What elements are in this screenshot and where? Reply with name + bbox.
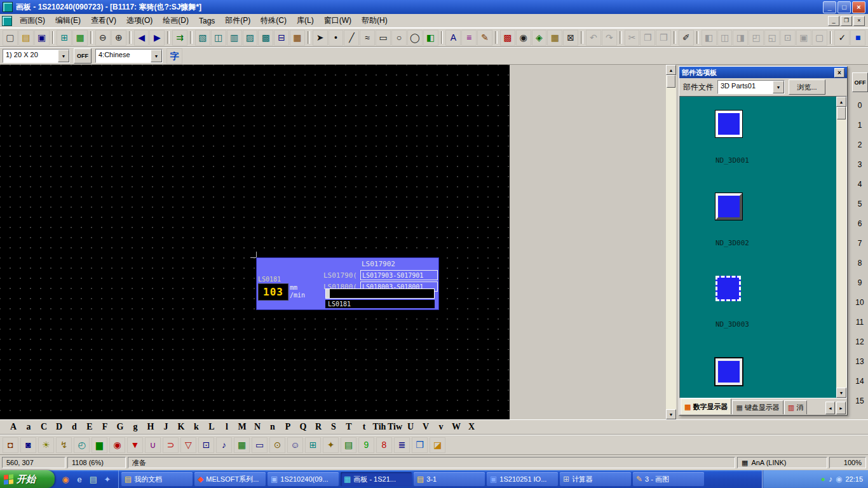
state-letter-button[interactable]: M — [235, 421, 249, 433]
tabs-scroll-right-button[interactable]: ► — [836, 402, 846, 414]
menu-item[interactable]: 帮助(H) — [356, 14, 393, 27]
group-icon[interactable]: ▣ — [796, 30, 811, 46]
screen-preview-icon[interactable]: ▦ — [72, 30, 88, 46]
task-my-documents[interactable]: ▤ 我的文档 — [121, 472, 193, 486]
user-part-icon[interactable]: ☺ — [287, 437, 303, 453]
state-letter-button[interactable]: g — [128, 421, 142, 433]
state-letter-button[interactable]: v — [434, 421, 448, 433]
state-number-button[interactable]: 13 — [851, 351, 868, 371]
ime-tray-icon[interactable]: ◉ — [836, 475, 842, 483]
state-number-button[interactable]: 9 — [851, 273, 868, 292]
state-letter-button[interactable]: K — [174, 421, 188, 433]
screen-copy-icon[interactable]: ⊞ — [57, 30, 72, 46]
align-right-icon[interactable]: ◨ — [733, 30, 748, 46]
parts-file-select[interactable]: 3D Parts01 ▼ — [717, 80, 785, 94]
grid-size-select[interactable]: 1) 20 X 20 ▼ — [3, 49, 70, 63]
state-letter-button[interactable]: P — [281, 421, 295, 433]
counter-display-part-icon[interactable]: ≣ — [394, 437, 410, 453]
polyline-icon[interactable]: ≈ — [360, 30, 375, 46]
same-size-icon[interactable]: ⊡ — [780, 30, 796, 46]
task-paint[interactable]: ✎ 3 - 画图 — [633, 472, 704, 486]
redo-icon[interactable]: ↷ — [602, 30, 617, 46]
meter-part-icon[interactable]: ◴ — [74, 437, 90, 453]
close-button[interactable]: × — [852, 1, 865, 13]
hmi-bottom-field[interactable]: LS0181 — [325, 300, 435, 308]
mdi-restore-button[interactable]: ❐ — [841, 16, 852, 26]
scroll-down-icon[interactable]: ▼ — [836, 388, 846, 398]
alarm-list-icon[interactable]: ▦ — [290, 30, 305, 46]
canvas-vertical-scrollbar[interactable]: ▲ ▼ — [666, 65, 676, 419]
arrow-part-icon[interactable]: ▼ — [127, 437, 143, 453]
lamp-part-icon[interactable]: ◙ — [20, 437, 36, 453]
base-screen-list-icon[interactable]: ▧ — [195, 30, 210, 46]
show-desktop-icon[interactable]: ▤ — [88, 473, 99, 485]
magnet-part-icon[interactable]: ∪ — [145, 437, 161, 453]
scroll-up-icon[interactable]: ▲ — [666, 65, 676, 75]
dimension-icon[interactable]: ≡ — [461, 30, 477, 46]
image-icon[interactable]: ▩ — [500, 30, 515, 46]
brush-style-icon[interactable]: ✐ — [679, 30, 694, 46]
ellipse-icon[interactable]: ◯ — [407, 30, 423, 46]
state-number-button[interactable]: 5 — [851, 194, 868, 214]
snap-grid-icon[interactable]: ■ — [850, 30, 865, 46]
library-icon[interactable]: ▦ — [547, 30, 562, 46]
delete-icon[interactable]: ⊠ — [563, 30, 578, 46]
hmi-slider-object[interactable] — [325, 288, 435, 299]
tag-list-icon[interactable]: ▨ — [243, 30, 258, 46]
scrollbar-thumb[interactable] — [837, 107, 846, 119]
state-letter-button[interactable]: G — [113, 421, 127, 433]
state-number-button[interactable]: 1 — [851, 115, 868, 135]
align-top-icon[interactable]: ◰ — [749, 30, 764, 46]
state-letter-button[interactable]: F — [98, 421, 112, 433]
chevron-down-icon[interactable]: ▼ — [58, 50, 69, 62]
panel-part-icon[interactable]: ▭ — [252, 437, 268, 453]
palette-part-3[interactable]: ND_3D003 — [680, 276, 836, 358]
hmi-slider-handle[interactable] — [326, 289, 330, 298]
state-letter-button[interactable]: t — [357, 421, 371, 433]
onoff-preview-button[interactable]: OFF — [74, 48, 92, 64]
browse-button[interactable]: 浏览... — [789, 79, 825, 95]
snapshot-icon[interactable]: ◉ — [516, 30, 531, 46]
palette-part-2[interactable]: ND_3D002 — [680, 193, 836, 276]
task-1s210251[interactable]: ▣ 1S210251 IO... — [487, 472, 558, 486]
cut-icon[interactable]: ✂ — [625, 30, 640, 46]
prev-screen-icon[interactable]: ◀ — [134, 30, 149, 46]
state-letter-button[interactable]: L — [205, 421, 219, 433]
menu-item[interactable]: 绘画(D) — [158, 14, 194, 27]
state-letter-button[interactable]: A — [6, 421, 20, 433]
state-letter-button[interactable]: D — [52, 421, 66, 433]
volume-tray-icon[interactable]: ♪ — [829, 475, 832, 483]
state-number-button[interactable]: 11 — [851, 312, 868, 332]
state-number-button[interactable]: 8 — [851, 253, 868, 273]
tab-keyboard-display[interactable]: ▦ 键盘显示器 — [732, 400, 783, 414]
minimize-button[interactable]: _ — [823, 1, 836, 13]
bulb-part-icon[interactable]: ☀ — [38, 437, 54, 453]
maximize-button[interactable]: □ — [837, 1, 851, 13]
state-off-button[interactable]: OFF — [852, 72, 868, 92]
tab-numeric-display[interactable]: ▦ 数字显示器 — [681, 398, 731, 414]
zoom-in-icon[interactable]: ⊕ — [111, 30, 126, 46]
palette-scrollbar[interactable]: ▲ ▼ — [836, 97, 846, 398]
key-part-icon[interactable]: ✦ — [323, 437, 339, 453]
task-folder-3-1[interactable]: ▤ 3-1 — [414, 472, 485, 486]
messenger-icon[interactable]: ✦ — [102, 473, 113, 485]
state-number-button[interactable]: 6 — [851, 214, 868, 233]
task-calculator[interactable]: ⊞ 计算器 — [560, 472, 631, 486]
state-number-button[interactable]: 3 — [851, 154, 868, 174]
task-huaban-active[interactable]: ▦ 画板 - 1S21... — [341, 472, 412, 486]
state-letter-button[interactable]: W — [449, 421, 463, 433]
report-screen-icon[interactable]: ▥ — [227, 30, 242, 46]
new-screen-icon[interactable]: ▢ — [3, 30, 18, 46]
led-display-part-icon[interactable]: 8 — [376, 437, 392, 453]
align-center-icon[interactable]: ◫ — [717, 30, 733, 46]
state-number-button[interactable]: 12 — [851, 332, 868, 351]
palette-part-1[interactable]: ND_3D001 — [680, 111, 836, 193]
state-letter-button[interactable]: R — [311, 421, 325, 433]
undo-icon[interactable]: ↶ — [586, 30, 601, 46]
state-letter-button[interactable]: Q — [296, 421, 310, 433]
state-number-button[interactable]: 4 — [851, 174, 868, 194]
start-button[interactable]: 开始 — [0, 470, 55, 488]
menu-item[interactable]: 窗口(W) — [319, 14, 356, 27]
circle-icon[interactable]: ○ — [391, 30, 407, 46]
scroll-up-icon[interactable]: ▲ — [836, 97, 846, 107]
